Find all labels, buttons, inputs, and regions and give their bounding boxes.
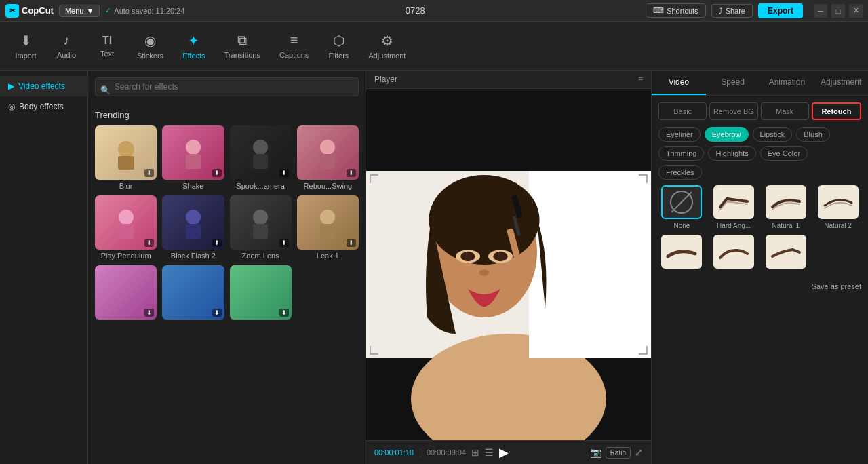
preset-hard-angular[interactable]: Hard Ang...: [711, 185, 757, 229]
ratio-button[interactable]: Ratio: [606, 447, 631, 459]
effect-spooky[interactable]: ⬇ Spook...amera: [230, 125, 292, 190]
export-button[interactable]: Export: [758, 3, 803, 18]
share-icon: ⤴: [719, 7, 723, 15]
effect-leak-label: Leak 1: [297, 252, 359, 260]
tool-transitions-label: Transitions: [224, 51, 260, 59]
trending-label: Trending: [95, 110, 359, 120]
player-menu-icon[interactable]: ≡: [638, 75, 643, 84]
effect-zoomlens[interactable]: ⬇ Zoom Lens: [230, 195, 292, 260]
tool-effects-label: Effects: [182, 52, 205, 60]
sidebar-item-video-effects[interactable]: ▶ Video effects: [0, 76, 87, 96]
project-name: 0728: [190, 5, 640, 16]
autosave-indicator: ✓ Auto saved: 11:20:24: [105, 6, 184, 15]
effect-pendulum[interactable]: ⬇ Play Pendulum: [95, 195, 157, 260]
tool-captions[interactable]: ≡ Captions: [271, 28, 317, 63]
svg-point-8: [119, 210, 134, 225]
eyebrow-button[interactable]: Eyebrow: [705, 127, 749, 142]
tool-import[interactable]: ⬇ Import: [7, 28, 45, 64]
sidebar-item-body-effects[interactable]: ◎ Body effects: [0, 96, 87, 117]
grid-view-button[interactable]: ⊞: [471, 447, 479, 458]
eye-color-button[interactable]: Eye Color: [760, 146, 808, 161]
svg-rect-3: [186, 154, 201, 169]
tab-speed[interactable]: Speed: [706, 71, 760, 95]
sub-nav-row1: Eyeliner Eyebrow Lipstick Blush: [658, 127, 861, 142]
preset-row2b[interactable]: [711, 235, 757, 271]
svg-point-26: [479, 269, 489, 276]
freckles-button[interactable]: Freckles: [658, 165, 702, 180]
tab-adjustment[interactable]: Adjustment: [814, 71, 868, 95]
tool-text[interactable]: TI Text: [88, 31, 126, 62]
preset-natural1[interactable]: Natural 1: [763, 185, 810, 229]
tab-video[interactable]: Video: [652, 71, 706, 95]
list-view-button[interactable]: ☰: [485, 447, 494, 458]
tool-import-label: Import: [15, 52, 36, 60]
svg-rect-5: [253, 154, 268, 169]
tool-stickers[interactable]: ◉ Stickers: [129, 28, 172, 64]
tool-adjustment[interactable]: ⚙ Adjustment: [360, 28, 414, 64]
tool-adjustment-label: Adjustment: [368, 52, 406, 60]
effect-blur[interactable]: ⬇ Blur: [95, 125, 157, 190]
tool-text-label: Text: [100, 50, 114, 58]
effects-panel: 🔍 Trending ⬇ Blur ⬇ Shake: [88, 71, 366, 464]
basic-button[interactable]: Basic: [658, 102, 707, 120]
mask-button[interactable]: Mask: [761, 102, 809, 120]
retouch-button[interactable]: Retouch: [812, 102, 861, 120]
effect-leak[interactable]: ⬇ Leak 1: [297, 195, 359, 260]
svg-point-2: [186, 140, 201, 155]
effects-grid: ⬇ Blur ⬇ Shake ⬇ Spook...amera: [95, 125, 359, 322]
preset-none[interactable]: None: [658, 185, 705, 229]
blush-button[interactable]: Blush: [796, 127, 830, 142]
sub-nav-row3: Freckles: [658, 165, 861, 180]
minimize-button[interactable]: ─: [814, 4, 827, 18]
player-right-buttons: 📷 Ratio ⤢: [590, 447, 643, 459]
effect-row3a[interactable]: ⬇: [95, 265, 157, 322]
maximize-button[interactable]: □: [831, 4, 845, 18]
screenshot-button[interactable]: 📷: [590, 447, 601, 458]
highlights-button[interactable]: Highlights: [708, 146, 755, 161]
trimming-button[interactable]: Trimming: [658, 146, 704, 161]
tool-transitions[interactable]: ⧉ Transitions: [216, 28, 269, 63]
eyeliner-button[interactable]: Eyeliner: [658, 127, 701, 142]
tab-animation[interactable]: Animation: [760, 71, 814, 95]
svg-rect-13: [253, 224, 268, 239]
player-title: Player: [374, 75, 397, 84]
effect-row3b[interactable]: ⬇: [162, 265, 224, 322]
filters-icon: ⬡: [333, 33, 344, 49]
effect-row3c[interactable]: ⬇: [230, 265, 292, 322]
fullscreen-button[interactable]: ⤢: [635, 447, 643, 458]
main-layout: ▶ Video effects ◎ Body effects 🔍 Trendin…: [0, 71, 868, 464]
preset-none-label: None: [673, 222, 690, 229]
effect-blackflash[interactable]: ⬇ Black Flash 2: [162, 195, 224, 260]
search-input[interactable]: [95, 77, 359, 96]
effect-rebound[interactable]: ⬇ Rebou...Swing: [297, 125, 359, 190]
svg-point-21: [429, 175, 539, 265]
svg-point-0: [118, 141, 134, 157]
tool-filters[interactable]: ⬡ Filters: [319, 28, 357, 64]
svg-point-25: [493, 252, 508, 261]
player-controls: 00:00:01:18 | 00:00:09:04 ⊞ ☰ ▶ 📷 Ratio …: [366, 440, 651, 464]
right-panel-tabs: Video Speed Animation Adjustment: [652, 71, 868, 96]
stickers-icon: ◉: [144, 33, 156, 49]
search-icon: 🔍: [100, 85, 111, 95]
effect-shake[interactable]: ⬇ Shake: [162, 125, 224, 190]
menu-button[interactable]: Menu ▼: [59, 5, 100, 17]
body-effects-label: Body effects: [19, 102, 64, 111]
preset-natural2[interactable]: Natural 2: [814, 185, 861, 229]
svg-point-12: [253, 210, 268, 225]
preset-row2c[interactable]: [763, 235, 810, 271]
close-button[interactable]: ✕: [849, 4, 863, 18]
save-preset-button[interactable]: Save as preset: [658, 277, 861, 296]
player-video-frame: [366, 89, 651, 440]
shortcuts-button[interactable]: ⌨ Shortcuts: [646, 3, 705, 18]
share-button[interactable]: ⤴ Share: [711, 4, 753, 18]
tool-audio[interactable]: ♪ Audio: [47, 28, 85, 63]
preset-row2a[interactable]: [658, 235, 705, 271]
play-button[interactable]: ▶: [499, 445, 509, 460]
left-panel: ▶ Video effects ◎ Body effects: [0, 71, 88, 464]
lipstick-button[interactable]: Lipstick: [753, 127, 793, 142]
effect-shake-label: Shake: [162, 182, 224, 190]
remove-bg-button[interactable]: Remove BG: [709, 102, 757, 120]
tool-effects[interactable]: ✦ Effects: [174, 28, 213, 64]
effect-spooky-label: Spook...amera: [230, 182, 292, 190]
video-effects-label: Video effects: [18, 81, 65, 91]
